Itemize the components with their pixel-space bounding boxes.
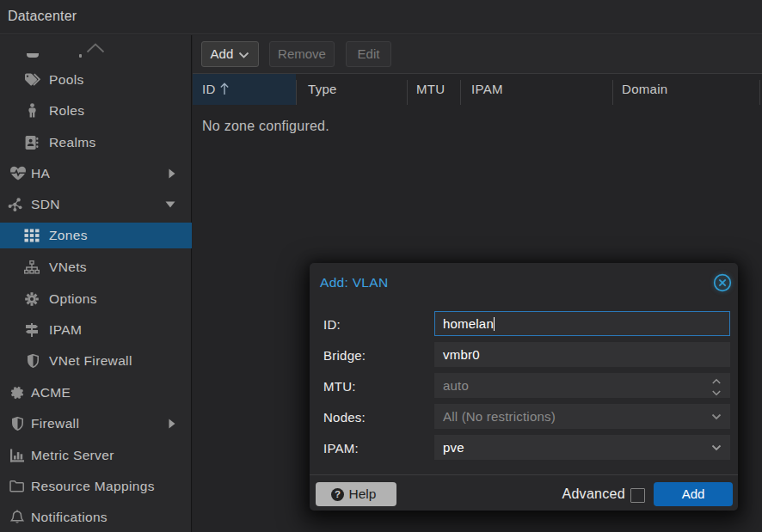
svg-text:?: ?	[335, 489, 341, 499]
